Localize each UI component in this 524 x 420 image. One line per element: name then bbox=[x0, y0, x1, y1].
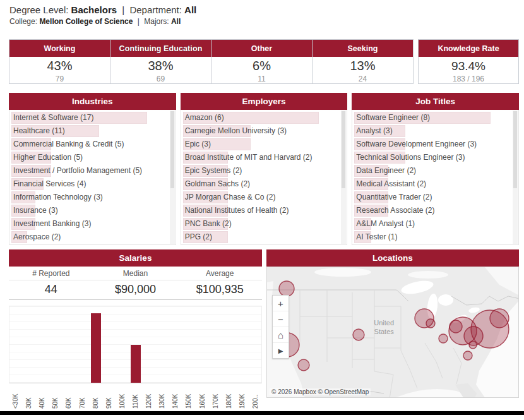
stat-label: Continuing Education bbox=[119, 44, 203, 53]
salary-stat-label: Median bbox=[93, 267, 178, 280]
location-bubble[interactable] bbox=[426, 319, 435, 328]
zoom-in-button[interactable]: + bbox=[273, 296, 289, 311]
list-item[interactable]: Epic Systems (2) bbox=[183, 165, 340, 177]
stat-box-knowledge-rate[interactable]: Knowledge Rate 93.4% 183 / 196 bbox=[418, 39, 519, 84]
list-item-label: Aerospace (2) bbox=[11, 231, 168, 243]
histogram-bin bbox=[89, 306, 102, 383]
list-item[interactable]: Commercial Banking & Credit (5) bbox=[11, 138, 168, 150]
salary-average-col: Average $100,935 bbox=[177, 267, 262, 299]
stat-percent: 93.4% bbox=[419, 59, 518, 73]
histogram-bar[interactable] bbox=[91, 313, 101, 383]
salary-stat-value: $100,935 bbox=[177, 280, 262, 299]
x-tick: 160K bbox=[196, 385, 209, 409]
histogram-bin bbox=[76, 306, 89, 383]
page-title: Degree Level: Bachelors | Department: Al… bbox=[9, 4, 196, 15]
list-panels-row: Industries Internet & Software (17)Healt… bbox=[9, 93, 519, 245]
list-item[interactable]: National Institutes of Health (2) bbox=[183, 205, 340, 217]
x-tick-label: 200.. bbox=[252, 385, 259, 409]
expand-button[interactable]: ▶ bbox=[273, 343, 289, 358]
stat-percent: 38% bbox=[110, 59, 211, 73]
list-item-label: JP Morgan Chase & Co (2) bbox=[183, 191, 340, 203]
job-titles-panel-title: Job Titles bbox=[352, 93, 519, 110]
list-item-label: Epic Systems (2) bbox=[183, 165, 340, 177]
location-bubble[interactable] bbox=[279, 281, 294, 296]
location-bubble[interactable] bbox=[463, 351, 472, 360]
list-item-label: Higher Education (5) bbox=[11, 152, 168, 164]
histogram-bar[interactable] bbox=[131, 345, 141, 383]
zoom-out-button[interactable]: − bbox=[273, 311, 289, 327]
list-item[interactable]: AI Tester (1) bbox=[354, 231, 511, 243]
list-item[interactable]: Financial Services (4) bbox=[11, 178, 168, 190]
location-bubble[interactable] bbox=[353, 329, 364, 340]
list-item[interactable]: Software Engineer (8) bbox=[354, 112, 511, 124]
salary-median-col: Median $90,000 bbox=[93, 267, 178, 299]
list-item[interactable]: Information Technology (3) bbox=[11, 191, 168, 203]
list-item-label: Commercial Banking & Credit (5) bbox=[11, 138, 168, 150]
list-item[interactable]: Insurance (3) bbox=[11, 205, 168, 217]
x-tick: 180K bbox=[222, 385, 235, 409]
list-item[interactable]: Analyst (3) bbox=[354, 125, 511, 137]
list-item[interactable]: Research Associate (2) bbox=[354, 205, 511, 217]
list-item-label: Investment / Portfolio Management (5) bbox=[11, 165, 168, 177]
scrollbar-thumb[interactable] bbox=[342, 111, 345, 188]
list-item[interactable]: Aerospace (2) bbox=[11, 231, 168, 243]
list-item-label: PNC Bank (2) bbox=[183, 218, 340, 230]
list-item[interactable]: A&LM Analyst (1) bbox=[354, 218, 511, 230]
list-item[interactable]: Software Development Engineer (3) bbox=[354, 138, 511, 150]
degree-level-value: Bachelors bbox=[71, 4, 117, 15]
histogram-bin bbox=[23, 306, 36, 383]
list-item-label: Investment Banking (3) bbox=[11, 218, 168, 230]
list-item[interactable]: Data Engineer (2) bbox=[354, 165, 511, 177]
list-item[interactable]: Carnegie Mellon University (3) bbox=[183, 125, 340, 137]
industries-list: Internet & Software (17)Healthcare (11)C… bbox=[9, 110, 176, 245]
list-item[interactable]: PNC Bank (2) bbox=[183, 218, 340, 230]
list-item[interactable]: Investment Banking (3) bbox=[11, 218, 168, 230]
stat-percent: 43% bbox=[9, 59, 110, 73]
separator: | bbox=[138, 17, 140, 26]
salary-stat-value: $90,000 bbox=[93, 280, 178, 299]
list-item-label: Internet & Software (17) bbox=[11, 112, 168, 124]
x-tick: 130K bbox=[155, 385, 169, 409]
x-tick-label: 50K bbox=[52, 385, 59, 409]
list-item-label: Broad Institute of MIT and Harvard (2) bbox=[183, 152, 340, 164]
map-attribution[interactable]: © 2026 Mapbox © OpenStreetMap bbox=[270, 388, 371, 395]
list-item[interactable]: Internet & Software (17) bbox=[11, 112, 168, 124]
location-bubble[interactable] bbox=[469, 341, 477, 349]
stat-box-other[interactable]: Other 6% 11 bbox=[211, 40, 313, 83]
salary-histogram-bars bbox=[9, 306, 261, 383]
stat-box-working[interactable]: Working 43% 79 bbox=[9, 40, 110, 83]
list-item-label: Analyst (3) bbox=[354, 125, 511, 137]
list-item[interactable]: Investment / Portfolio Management (5) bbox=[11, 165, 168, 177]
scrollbar[interactable] bbox=[170, 111, 175, 244]
list-item[interactable]: Broad Institute of MIT and Harvard (2) bbox=[183, 152, 340, 164]
job-titles-panel: Job Titles Software Engineer (8)Analyst … bbox=[352, 93, 519, 245]
list-item[interactable]: Epic (3) bbox=[183, 138, 340, 150]
list-item[interactable]: Medical Assistant (2) bbox=[354, 178, 511, 190]
list-item[interactable]: PPG (2) bbox=[183, 231, 340, 243]
histogram-bin bbox=[248, 306, 261, 383]
list-item-label: Insurance (3) bbox=[11, 205, 168, 217]
list-item[interactable]: JP Morgan Chase & Co (2) bbox=[183, 191, 340, 203]
scrollbar-thumb[interactable] bbox=[513, 111, 517, 188]
list-item[interactable]: Goldman Sachs (2) bbox=[183, 178, 340, 190]
location-bubble[interactable] bbox=[439, 334, 448, 343]
list-item[interactable]: Higher Education (5) bbox=[11, 152, 168, 164]
scrollbar[interactable] bbox=[513, 111, 518, 244]
x-tick: 120K bbox=[142, 385, 155, 409]
list-item[interactable]: Amazon (6) bbox=[183, 112, 340, 124]
stat-box-continuing-education[interactable]: Continuing Education 38% 69 bbox=[110, 40, 211, 83]
locations-map[interactable]: + − ⌂ ▶ United States © 2026 Mapbox © Op… bbox=[266, 267, 519, 398]
location-bubble[interactable] bbox=[298, 359, 309, 371]
list-item[interactable]: Technical Solutions Engineer (3) bbox=[354, 152, 511, 164]
x-tick-label: 80K bbox=[92, 385, 99, 409]
location-bubble[interactable] bbox=[490, 309, 509, 328]
list-item[interactable]: Quantitative Trader (2) bbox=[354, 191, 511, 203]
x-tick-label: 30K bbox=[25, 385, 32, 409]
stat-box-seeking[interactable]: Seeking 13% 24 bbox=[313, 40, 413, 83]
list-item-label: Information Technology (3) bbox=[11, 191, 168, 203]
scrollbar-thumb[interactable] bbox=[170, 111, 174, 188]
list-item[interactable]: Healthcare (11) bbox=[11, 125, 168, 137]
scrollbar[interactable] bbox=[341, 111, 346, 244]
x-tick-label: 100K bbox=[119, 385, 126, 409]
home-button[interactable]: ⌂ bbox=[273, 327, 289, 343]
